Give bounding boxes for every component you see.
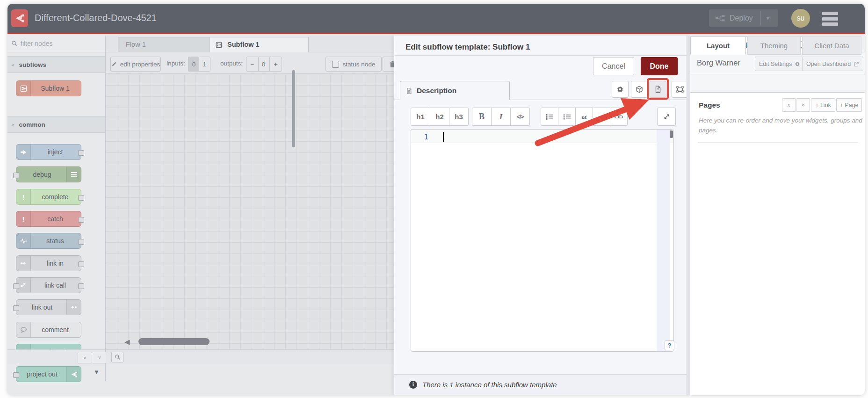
add-output-button[interactable]: +	[269, 57, 282, 72]
h1-button[interactable]: h1	[411, 108, 430, 126]
tab-description[interactable]: Description	[400, 81, 510, 100]
tab-layout[interactable]: Layout	[690, 36, 746, 55]
code-button[interactable]: </>	[510, 108, 530, 126]
dashboard-board-row: Borg Warner Edit Settings Open Dashboard	[690, 52, 865, 74]
unordered-list-button[interactable]	[558, 108, 576, 126]
output-port[interactable]	[78, 239, 84, 245]
inputs-label: inputs:	[166, 60, 185, 67]
palette-scroll-down-icon[interactable]: ▼	[94, 369, 100, 376]
blockquote-button[interactable]: “	[575, 108, 593, 126]
node-palette: filter nodes ▲ ›subflows Subflow 1 ›comm…	[7, 36, 106, 381]
tab-subflow-1[interactable]: Subflow 1	[210, 37, 309, 53]
outputs-label: outputs:	[220, 60, 243, 67]
palette-node-link-out[interactable]: link out	[16, 299, 81, 315]
horizontal-rule-button[interactable]: −	[593, 108, 610, 126]
info-icon: i	[409, 381, 417, 389]
palette-node-status[interactable]: status	[16, 233, 81, 249]
edit-settings-button[interactable]: Edit Settings	[755, 57, 804, 71]
format-buttons-group: B I </>	[472, 108, 530, 125]
editor-help-button[interactable]: ?	[665, 340, 674, 350]
output-port[interactable]	[78, 261, 84, 267]
inputs-0-button[interactable]: 0	[188, 57, 199, 72]
properties-tab-button[interactable]	[612, 81, 629, 98]
active-line-highlight	[411, 130, 673, 143]
ordered-list-button[interactable]	[541, 108, 558, 126]
inputs-1-button[interactable]: 1	[199, 57, 210, 72]
palette-category-common[interactable]: ›common	[7, 116, 105, 133]
flow-canvas[interactable]	[106, 74, 394, 349]
text-cursor	[443, 132, 444, 142]
add-page-button[interactable]: + Page	[836, 98, 862, 112]
module-properties-tab-button[interactable]	[631, 81, 648, 98]
node-label: project out	[18, 370, 66, 378]
catch-icon: !	[16, 211, 31, 226]
palette-collapse-all-button[interactable]: «	[78, 352, 92, 363]
deploy-options-caret-icon[interactable]: ▾	[760, 11, 775, 25]
divider	[698, 142, 858, 143]
palette-expand-all-button[interactable]: «	[92, 352, 106, 363]
input-port[interactable]	[13, 305, 19, 311]
object-group-icon	[676, 86, 684, 93]
node-label: inject	[31, 148, 79, 156]
h2-label: h2	[435, 113, 444, 121]
expand-editor-button[interactable]	[657, 108, 676, 126]
palette-node-debug[interactable]: debug	[16, 166, 81, 182]
status-node-checkbox[interactable]: status node	[326, 57, 382, 72]
link-out-icon	[66, 300, 81, 315]
move-up-button[interactable]: «	[782, 98, 796, 112]
palette-node-link-call[interactable]: link call	[16, 277, 81, 293]
add-link-button[interactable]: + Link	[811, 98, 835, 112]
output-port[interactable]	[78, 150, 84, 156]
remove-output-button[interactable]: −	[246, 57, 259, 72]
canvas-vertical-scrollbar[interactable]	[292, 70, 295, 147]
inject-icon	[16, 145, 31, 159]
header: Different-Collared-Dove-4521 Deploy ▾ su	[7, 4, 865, 34]
editor-minimap	[657, 130, 670, 351]
h2-button[interactable]: h2	[430, 108, 449, 126]
palette-node-link-in[interactable]: link in	[16, 255, 81, 271]
tab-client-data[interactable]: Client Data	[802, 36, 861, 55]
output-port[interactable]	[78, 195, 84, 201]
italic-button[interactable]: I	[491, 108, 511, 126]
canvas-horizontal-scrollbar[interactable]	[138, 338, 210, 345]
canvas-scroll-left-icon[interactable]: ◀	[124, 338, 130, 346]
palette-node-complete[interactable]: ! complete	[16, 189, 81, 205]
description-markdown-editor[interactable]: 1	[411, 129, 674, 352]
done-button[interactable]: Done	[641, 57, 678, 75]
filter-nodes-placeholder: filter nodes	[21, 40, 52, 47]
cancel-button[interactable]: Cancel	[593, 57, 634, 75]
input-port[interactable]	[13, 372, 19, 378]
deploy-button[interactable]: Deploy ▾	[709, 9, 778, 27]
h3-button[interactable]: h3	[449, 108, 469, 126]
input-port[interactable]	[13, 283, 19, 289]
tab-theming[interactable]: Theming	[747, 36, 801, 55]
open-dashboard-button[interactable]: Open Dashboard	[802, 57, 863, 71]
edit-properties-button[interactable]: edit properties	[110, 57, 161, 72]
appearance-tab-button[interactable]	[672, 81, 688, 98]
palette-filter[interactable]: filter nodes	[7, 36, 105, 52]
canvas-search-button[interactable]	[111, 352, 123, 362]
palette-category-subflows[interactable]: ›subflows	[7, 56, 105, 73]
double-chevron-down-icon: «	[96, 356, 102, 359]
palette-node-project-out[interactable]: project out	[16, 366, 81, 382]
editor-scrollbar[interactable]	[670, 130, 673, 138]
bold-button[interactable]: B	[472, 108, 492, 126]
palette-node-inject[interactable]: inject	[16, 144, 81, 160]
description-tab-button[interactable]	[650, 81, 666, 98]
tab-label: Flow 1	[126, 41, 146, 48]
output-port[interactable]	[78, 283, 84, 289]
sidebar-resize-handle[interactable]	[687, 36, 690, 395]
input-port[interactable]	[13, 173, 19, 178]
insert-link-button[interactable]	[610, 108, 628, 126]
tab-flow-1[interactable]: Flow 1	[118, 37, 218, 53]
palette-node-comment[interactable]: comment	[16, 322, 81, 338]
client-data-tab-label: Client Data	[814, 42, 849, 50]
palette-node-catch[interactable]: ! catch	[16, 211, 81, 227]
user-avatar[interactable]: su	[791, 9, 810, 28]
dialog-title: Edit subflow template: Subflow 1	[405, 43, 530, 52]
move-down-button[interactable]: «	[796, 98, 810, 112]
main-menu-icon[interactable]	[822, 12, 838, 26]
palette-node-subflow-1[interactable]: Subflow 1	[16, 80, 81, 96]
output-port[interactable]	[78, 217, 84, 223]
italic-label: I	[499, 112, 503, 122]
